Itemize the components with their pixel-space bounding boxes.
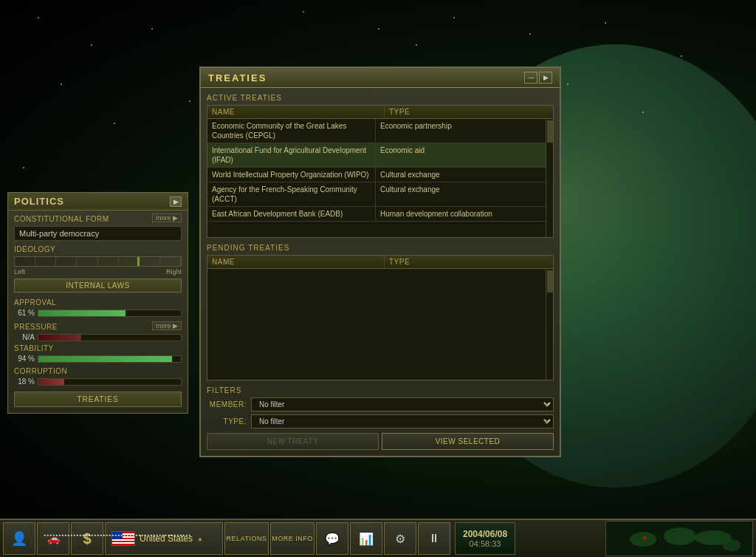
treaty-name: International Fund for Agricultural Deve… [207, 143, 376, 167]
table-row[interactable]: Economic Community of the Great Lakes Co… [207, 119, 546, 143]
ideology-bar-container [8, 255, 188, 268]
politics-nav-arrow[interactable]: ▶ [170, 197, 182, 207]
table-row[interactable]: Agency for the French-Speaking Community… [207, 182, 546, 207]
tick-6 [119, 257, 140, 266]
constitutional-form-label: CONSTITUTIONAL FORM [14, 212, 109, 223]
member-filter-wrapper: No filter [251, 397, 554, 411]
relations-btn[interactable]: RELATIONS [224, 522, 269, 555]
chat-icon-btn[interactable]: 💬 [316, 522, 348, 555]
table-row[interactable]: World Intellectual Property Organization… [207, 168, 546, 182]
approval-bar-wrapper: 61 % [14, 309, 182, 317]
treaties-button[interactable]: TREATIES [14, 392, 182, 407]
country-selector[interactable]: ★★★★★★★★★★★★★★★★★★★★★★★★★★★★★★★★★★★★★★★★… [105, 522, 223, 555]
type-filter-row: TYPE: No filter [207, 414, 554, 428]
settings-icon: ⚙ [395, 532, 405, 546]
internal-laws-btn[interactable]: INTERNAL LAWS [14, 278, 182, 293]
pressure-bar-bg [38, 334, 182, 341]
ideology-label: IDEOLOGY [8, 242, 188, 255]
active-treaties-rows: Economic Community of the Great Lakes Co… [207, 119, 546, 237]
usa-flag: ★★★★★★★★★★★★★★★★★★★★★★★★★★★★★★★★★★★★★★★★… [111, 531, 135, 546]
ideology-bar [14, 256, 182, 267]
treaty-type: Economic partnership [376, 119, 546, 143]
table-row[interactable]: East African Development Bank (EADB) Hum… [207, 207, 546, 222]
pressure-more-btn[interactable]: more ▶ [152, 321, 182, 330]
pressure-label: PRESSURE [14, 320, 58, 331]
money-icon: $ [83, 530, 91, 547]
tank-icon-btn[interactable]: 🚗 [37, 522, 69, 555]
corruption-bar-fill [38, 379, 64, 385]
view-selected-btn[interactable]: VIEW SELECTED [382, 433, 554, 450]
pressure-value: N/A [14, 333, 35, 341]
new-treaty-btn[interactable]: NEW TREATY [207, 433, 379, 450]
corruption-value: 18 % [14, 377, 35, 386]
pause-icon: ⏸ [428, 532, 440, 545]
treaties-titlebar: TREATIES — ▶ [201, 68, 560, 88]
treaty-type: Cultural exchange [376, 168, 546, 182]
treaty-name: Economic Community of the Great Lakes Co… [207, 119, 376, 143]
ideology-left-label: Left [14, 268, 25, 276]
window-close-btn[interactable]: ▶ [539, 72, 552, 83]
tick-5 [98, 257, 119, 266]
type-filter-select[interactable]: No filter [251, 414, 554, 428]
chart-icon-btn[interactable]: 📊 [350, 522, 382, 555]
active-treaties-label: ACTIVE TREATIES [207, 94, 554, 102]
ideology-ticks [15, 257, 181, 266]
stability-label: STABILITY [14, 343, 182, 354]
treaties-content: ACTIVE TREATIES NAME TYPE Economic Commu… [201, 88, 560, 456]
member-filter-row: MEMBER: No filter [207, 397, 554, 411]
pending-treaties-body [207, 269, 553, 380]
person-icon-btn[interactable]: 👤 [3, 522, 35, 555]
filters-label: FILTERS [207, 386, 554, 394]
window-controls: — ▶ [524, 72, 552, 83]
approval-bar-bg [38, 310, 182, 317]
chat-icon: 💬 [325, 532, 340, 546]
table-row[interactable]: International Fund for Agricultural Deve… [207, 143, 546, 168]
constitutional-form-value[interactable]: Multi-party democracy [14, 226, 182, 241]
treaty-type: Economic aid [376, 143, 546, 167]
ideology-right-label: Right [166, 268, 182, 276]
stability-bar-bg [38, 355, 182, 363]
approval-row: APPROVAL 61 % [8, 295, 188, 318]
more-info-btn[interactable]: MORE INFO [270, 522, 315, 555]
corruption-row: CORRUPTION 18 % [8, 364, 188, 387]
pressure-bar-fill [38, 335, 81, 341]
game-icons-row: 💬 📊 ⚙ ⏸ [316, 522, 450, 555]
active-treaties-body: Economic Community of the Great Lakes Co… [207, 119, 553, 237]
datetime-display: 2004/06/08 04:58:33 [455, 522, 515, 555]
tick-8 [160, 257, 181, 266]
corruption-label: CORRUPTION [14, 366, 182, 377]
pending-treaties-scrollbar[interactable] [546, 269, 553, 380]
settings-icon-btn[interactable]: ⚙ [384, 522, 416, 555]
pending-treaties-rows [207, 269, 546, 380]
member-filter-label: MEMBER: [207, 400, 251, 409]
nav-action-buttons: RELATIONS MORE INFO [224, 522, 315, 555]
active-treaties-scrollbar[interactable] [546, 119, 553, 237]
scrollbar-thumb [547, 120, 553, 143]
pending-col-type-header: TYPE [385, 256, 553, 268]
pending-treaties-header: NAME TYPE [207, 256, 553, 269]
filters-section: FILTERS MEMBER: No filter TYPE: No filte… [207, 386, 554, 450]
member-filter-select[interactable]: No filter [251, 397, 554, 411]
treaty-type: Human development collaboration [376, 207, 546, 221]
approval-value: 61 % [14, 309, 35, 317]
approval-bar-fill [38, 310, 126, 316]
treaties-window: TREATIES — ▶ ACTIVE TREATIES NAME TYPE E… [199, 66, 561, 457]
pending-scrollbar-thumb [547, 270, 553, 293]
treaty-type: Cultural exchange [376, 182, 546, 206]
money-icon-btn[interactable]: $ [71, 522, 103, 555]
minimap-background [606, 522, 752, 556]
pending-col-name-header: NAME [207, 256, 385, 268]
minimap-svg [606, 522, 753, 556]
stability-row: STABILITY 94 % [8, 341, 188, 364]
corruption-bar-bg [38, 378, 182, 386]
politics-title: POLITICS [14, 196, 64, 207]
svg-point-2 [664, 527, 696, 545]
ideology-indicator [137, 257, 140, 266]
constitutional-form-more-btn[interactable]: more ▶ [152, 213, 182, 222]
stability-bar-wrapper: 94 % [14, 355, 182, 363]
window-minimize-btn[interactable]: — [524, 72, 537, 83]
minimap[interactable] [605, 521, 753, 556]
tick-1 [15, 257, 35, 266]
pause-icon-btn[interactable]: ⏸ [418, 522, 450, 555]
active-treaties-header: NAME TYPE [207, 106, 553, 119]
